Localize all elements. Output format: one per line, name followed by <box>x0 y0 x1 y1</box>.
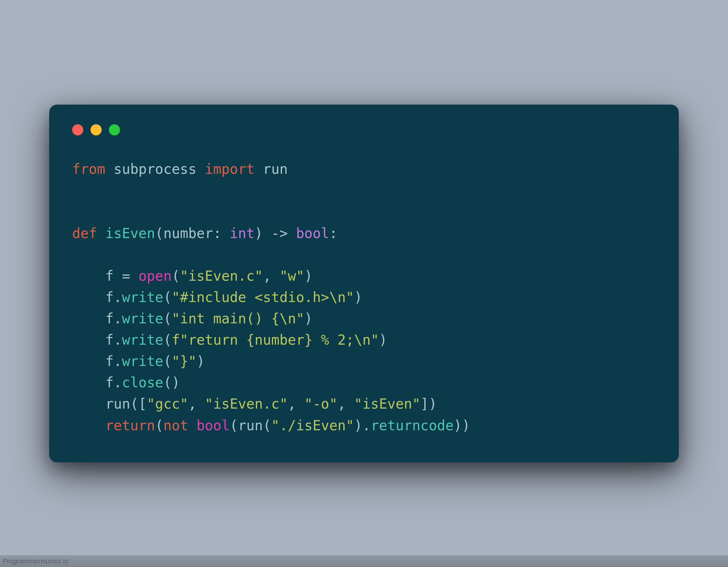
code-token: "}" <box>172 353 196 369</box>
code-token <box>72 417 105 434</box>
code-token: "#include <stdio.h>\n" <box>172 289 354 305</box>
code-token: write <box>122 353 163 369</box>
code-token: ) <box>354 289 362 305</box>
code-token: f. <box>72 353 122 369</box>
zoom-icon[interactable] <box>109 124 120 135</box>
code-token: ( <box>155 417 163 434</box>
code-token: ) <box>379 332 387 348</box>
code-token: (run( <box>230 417 271 434</box>
code-token: write <box>122 332 163 348</box>
code-token: ). <box>354 417 371 434</box>
code-token: write <box>122 289 163 305</box>
code-block: from subprocess import run def isEven(nu… <box>72 158 656 436</box>
code-token: "int main() {\n" <box>172 311 304 327</box>
code-token: import <box>205 161 255 177</box>
watermark-text: ProgrammerHumor.io <box>3 557 69 565</box>
window-titlebar <box>72 124 656 135</box>
code-token: , <box>337 396 354 412</box>
code-token: close <box>122 375 163 391</box>
code-token: , <box>288 396 304 412</box>
code-window: from subprocess import run def isEven(nu… <box>49 105 679 462</box>
minimize-icon[interactable] <box>91 124 102 135</box>
code-token: f. <box>72 311 122 327</box>
code-token: isEven <box>105 225 155 241</box>
code-token: () <box>163 375 180 391</box>
code-token: , <box>188 396 205 412</box>
code-token: ) <box>196 353 205 369</box>
code-token: f. <box>72 289 122 305</box>
code-token: "./isEven" <box>271 417 354 434</box>
code-token: returncode <box>371 417 454 434</box>
code-token: ]) <box>420 396 437 412</box>
code-token <box>97 225 105 241</box>
code-token: run([ <box>72 396 147 412</box>
code-token: "isEven.c" <box>180 268 263 284</box>
code-token: "isEven" <box>354 396 420 412</box>
footer-bar <box>0 555 728 567</box>
code-token: ( <box>163 353 172 369</box>
code-token: open <box>138 268 172 284</box>
code-token: bool <box>196 417 230 434</box>
code-token: ) <box>304 311 313 327</box>
code-token: f. <box>72 375 122 391</box>
code-token <box>188 417 196 434</box>
code-token: not <box>163 417 188 434</box>
code-token: from <box>72 161 105 177</box>
code-token: ) -> <box>254 225 296 241</box>
code-token: )) <box>454 417 470 434</box>
code-token: bool <box>296 225 329 241</box>
code-token: run <box>254 161 288 177</box>
code-token: f = <box>72 268 138 284</box>
code-token: ( <box>163 332 172 348</box>
code-token: return <box>105 417 155 434</box>
code-token: subprocess <box>105 161 205 177</box>
code-token: (number: <box>155 225 230 241</box>
code-token: f. <box>72 332 122 348</box>
code-token: "gcc" <box>147 396 188 412</box>
code-token: ( <box>163 289 172 305</box>
code-token: def <box>72 225 97 241</box>
code-token: : <box>329 225 337 241</box>
code-token: ( <box>172 268 180 284</box>
code-token: "-o" <box>304 396 337 412</box>
code-token: "w" <box>279 268 304 284</box>
code-token: int <box>230 225 254 241</box>
code-token: ) <box>304 268 313 284</box>
code-token: write <box>122 311 163 327</box>
code-token: ( <box>163 311 172 327</box>
close-icon[interactable] <box>72 124 83 135</box>
code-token: "isEven.c" <box>205 396 288 412</box>
code-token: f"return {number} % 2;\n" <box>172 332 379 348</box>
code-token: , <box>263 268 280 284</box>
